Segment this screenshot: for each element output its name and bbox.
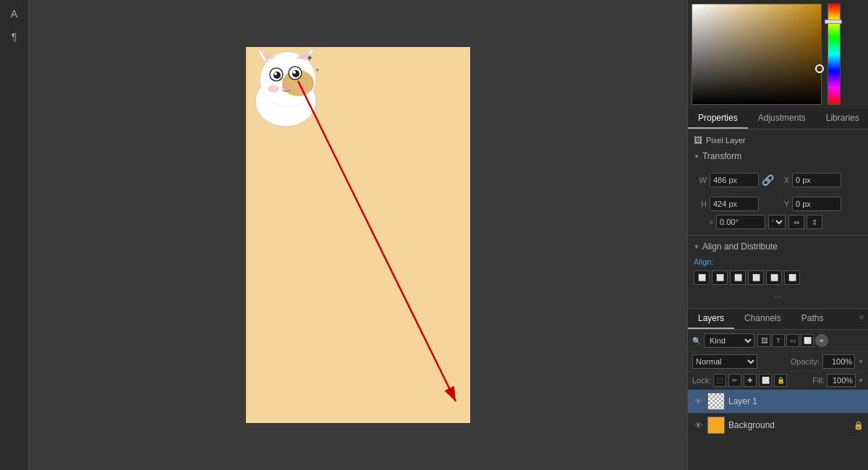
align-right-button[interactable]: ⬜ [730,270,746,285]
align-center-v-button[interactable]: ⬜ [766,270,782,285]
layer1-thumbnail [707,393,725,410]
pixel-layer-header: 🖼 Pixel Layer [694,135,862,145]
h-input[interactable] [710,197,759,211]
color-gradient[interactable] [692,4,822,105]
left-toolbar: A ¶ [0,0,29,470]
tab-layers[interactable]: Layers [688,309,734,329]
transform-hy-row: H Y [694,197,862,211]
properties-tabs: Properties Adjustments Libraries ≡ [688,108,868,129]
lock-move-button[interactable]: ⬜ [759,374,772,387]
w-label: W [694,176,707,184]
filter-effect-icon[interactable]: ● [815,334,828,347]
layers-controls: 🔍 Kind 🖼 T ▭ ⬜ ● [688,330,868,352]
lock-icons: ⬚ ✏ ✚ ⬜ 🔒 [713,374,787,387]
layer-item-layer1[interactable]: 👁 Layer 1 [688,390,868,414]
filter-shape-icon[interactable]: ▭ [786,334,799,347]
align-left-button[interactable]: ⬜ [694,270,710,285]
h-label: H [694,200,707,208]
lock-all-button[interactable]: 🔒 [774,374,787,387]
y-input[interactable] [792,197,841,211]
align-section: ▼ Align and Distribute Align: ⬜ ⬜ ⬜ ⬜ ⬜ … [688,236,868,309]
right-panel: Properties Adjustments Libraries ≡ 🖼 Pix… [687,0,868,470]
layers-section: Layers Channels Paths ≡ 🔍 Kind 🖼 T ▭ ⬜ ●… [688,309,868,470]
filter-text-icon[interactable]: T [772,334,785,347]
flip-v-button[interactable]: ⇕ [807,215,822,229]
transform-collapse-arrow: ▼ [694,153,699,160]
filter-smart-icon[interactable]: ⬜ [801,334,814,347]
angle-row: ⦠ ° ⇔ ⇕ [710,215,862,229]
tab-paths[interactable]: Paths [791,309,834,329]
properties-panel: 🖼 Pixel Layer ▼ Transform W 🔗 X H Y ⦠ [688,129,868,236]
tab-properties[interactable]: Properties [688,108,748,129]
opacity-arrow: ▼ [858,359,864,365]
align-label: Align: [694,257,862,266]
paragraph-tool-icon[interactable]: ¶ [4,27,25,47]
transform-title: Transform [702,151,741,161]
layers-tabs: Layers Channels Paths ≡ [688,309,868,330]
pixel-layer-label: Pixel Layer [706,136,745,145]
fill-input[interactable] [827,374,856,387]
search-icon: 🔍 [692,337,701,345]
fill-label: Fill: [812,376,825,385]
flip-buttons: ⇔ ⇕ [788,215,822,229]
transform-wx-row: W 🔗 X [694,167,862,193]
align-title: Align and Distribute [702,242,778,252]
angle-icon: ⦠ [710,218,713,226]
opacity-label: Opacity: [791,357,820,366]
hue-slider[interactable] [827,4,841,105]
background-lock-icon: 🔒 [854,421,864,430]
background-visibility-icon[interactable]: 👁 [692,419,704,431]
layers-menu-icon[interactable]: ≡ [855,309,868,329]
link-wh-icon[interactable]: 🔗 [762,167,773,193]
angle-unit-select[interactable]: ° [768,215,786,229]
blend-mode-select[interactable]: Normal [692,354,757,369]
y-label: Y [776,200,789,208]
red-arrow-canvas [246,47,470,423]
w-input[interactable] [710,173,759,187]
angle-input[interactable] [716,215,765,229]
align-bottom-button[interactable]: ⬜ [784,270,800,285]
filter-icons: 🖼 T ▭ ⬜ ● [757,334,828,347]
background-thumbnail [707,416,725,434]
canvas[interactable]: ✦ ✦ [246,47,470,423]
color-picker-section [688,0,868,108]
x-input[interactable] [792,173,841,187]
tab-adjustments[interactable]: Adjustments [748,108,816,129]
align-collapse-arrow: ▼ [694,244,699,250]
flip-h-button[interactable]: ⇔ [788,215,804,229]
hue-slider-handle[interactable] [825,20,842,24]
tab-libraries[interactable]: Libraries [816,108,868,129]
pixel-layer-icon: 🖼 [694,135,702,145]
lock-pixels-button[interactable]: ⬚ [713,374,726,387]
blend-opacity-row: Normal Opacity: ▼ [688,352,868,372]
tab-channels[interactable]: Channels [734,309,791,329]
lock-artboard-button[interactable]: ✚ [744,374,757,387]
filter-pixel-icon[interactable]: 🖼 [757,334,770,347]
layer1-name: Layer 1 [728,396,864,406]
canvas-area: ✦ ✦ [29,0,687,470]
more-options[interactable]: ··· [694,288,862,302]
align-row-1: ⬜ ⬜ ⬜ ⬜ ⬜ ⬜ [694,270,862,285]
filter-kind-select[interactable]: Kind [704,333,754,348]
fill-arrow: ▼ [858,377,864,384]
background-name: Background [728,420,850,430]
lock-position-button[interactable]: ✏ [728,374,741,387]
text-tool-icon[interactable]: A [4,4,25,24]
x-label: X [776,176,789,184]
layer-item-background[interactable]: 👁 Background 🔒 [688,414,868,437]
lock-fill-row: Lock: ⬚ ✏ ✚ ⬜ 🔒 Fill: ▼ [688,372,868,390]
align-section-title[interactable]: ▼ Align and Distribute [694,242,862,252]
lock-label: Lock: [692,376,711,385]
svg-line-19 [298,81,456,401]
align-top-button[interactable]: ⬜ [748,270,764,285]
transform-section-title[interactable]: ▼ Transform [694,151,862,161]
layer1-visibility-icon[interactable]: 👁 [692,396,704,407]
canvas-wrapper: ✦ ✦ [246,47,470,423]
opacity-input[interactable] [822,354,855,369]
align-center-h-button[interactable]: ⬜ [712,270,728,285]
